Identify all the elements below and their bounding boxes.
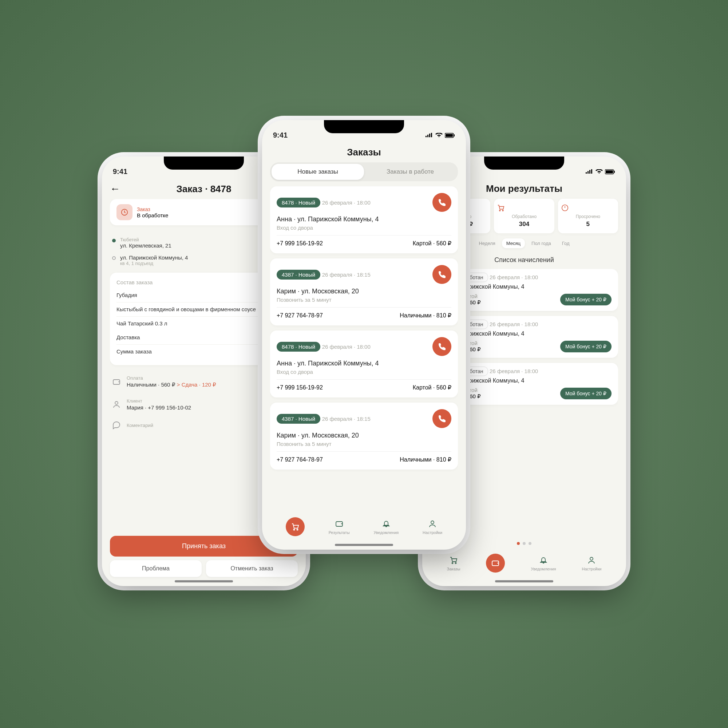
- tab-label: Результаты: [329, 530, 350, 535]
- client-value: Мария · +7 999 156-10-02: [127, 404, 283, 411]
- tab-orders[interactable]: Заказы: [447, 555, 460, 571]
- tab-new-orders[interactable]: Новые заказы: [272, 164, 364, 180]
- order-phone: +7 927 764-78-97: [277, 312, 323, 319]
- tab-notifications[interactable]: Уведомления: [531, 555, 556, 571]
- item-name: Чай Татарский 0.3 л: [116, 320, 260, 327]
- tab-label: Настройки: [582, 567, 601, 571]
- route-from-addr: ул. Кремлевская, 21: [120, 242, 171, 249]
- tab-label: Уведомления: [531, 567, 556, 571]
- order-customer: Анна · ул. Парижской Коммуны, 4: [277, 359, 451, 367]
- stat-processed[interactable]: Обработано304: [494, 199, 554, 233]
- svg-rect-8: [454, 134, 455, 136]
- tab-label: Настройки: [423, 530, 442, 535]
- order-date: 26 февраля · 18:15: [322, 272, 370, 278]
- problem-button[interactable]: Проблема: [110, 560, 202, 577]
- order-card[interactable]: 4387 · Новый 26 февраля · 18:15Карим · у…: [270, 258, 458, 326]
- svg-point-20: [452, 563, 453, 564]
- status-label: Заказ: [137, 206, 168, 212]
- bell-icon: [538, 555, 549, 565]
- svg-rect-7: [445, 134, 453, 137]
- phone-orders-list: 9:41 Заказы Новые заказы Заказы в работе…: [262, 120, 466, 550]
- tab-settings[interactable]: Настройки: [423, 519, 442, 535]
- bonus-chip: Мой бонус + 20 ₽: [560, 294, 612, 305]
- order-customer: Анна · ул. Парижской Коммуны, 4: [277, 216, 451, 223]
- tab-notifications[interactable]: Уведомления: [374, 519, 399, 535]
- bonus-chip: Мой бонус + 20 ₽: [560, 388, 612, 399]
- payment-value: Наличными · 560 ₽: [127, 381, 176, 388]
- tab-results[interactable]: Результаты: [329, 519, 350, 535]
- page-title: Заказы: [270, 147, 458, 158]
- item-name: Губадия: [116, 292, 260, 298]
- period-half[interactable]: Пол года: [527, 239, 555, 248]
- cart-icon: [497, 204, 551, 212]
- status-state: В обработке: [137, 212, 168, 219]
- user-icon: [427, 519, 437, 529]
- page-title: Заказ · 8478: [125, 184, 283, 195]
- svg-rect-15: [614, 171, 615, 173]
- status-time: 9:41: [273, 131, 288, 139]
- order-payment: Картой · 560 ₽: [413, 240, 451, 247]
- svg-point-17: [499, 210, 500, 211]
- tab-orders[interactable]: [286, 517, 305, 536]
- call-button[interactable]: [433, 193, 451, 212]
- segment-control: Новые заказы Заказы в работе: [270, 162, 458, 181]
- call-button[interactable]: [433, 337, 451, 356]
- period-year[interactable]: Год: [558, 239, 574, 248]
- cart-icon: [448, 555, 459, 565]
- route-dot-dest: [112, 256, 116, 260]
- svg-point-10: [297, 529, 298, 530]
- order-note: Позвонить за 5 минут: [277, 441, 451, 447]
- svg-point-5: [115, 401, 118, 404]
- dot-3: [529, 542, 531, 545]
- tab-results[interactable]: [486, 554, 505, 573]
- status-icons: [425, 133, 455, 138]
- home-indicator: [495, 580, 553, 583]
- earning-date: 26 февраля · 18:00: [489, 321, 538, 327]
- order-customer: Карим · ул. Московская, 20: [277, 288, 451, 295]
- order-card[interactable]: 4387 · Новый 26 февраля · 18:15Карим · у…: [270, 402, 458, 470]
- bell-icon: [381, 519, 391, 529]
- order-badge: 4387 · Новый: [277, 414, 320, 424]
- order-card[interactable]: 8478 · Новый 26 февраля · 18:00Анна · ул…: [270, 187, 458, 253]
- order-phone: +7 999 156-19-92: [277, 384, 323, 391]
- dot-1: [517, 542, 520, 545]
- tab-settings[interactable]: Настройки: [582, 555, 601, 571]
- order-badge: 8478 · Новый: [277, 198, 320, 208]
- tab-bar: Заказы Уведомления Настройки: [430, 549, 618, 577]
- stat-label: Обработано: [497, 214, 551, 219]
- period-week[interactable]: Неделя: [475, 239, 500, 248]
- route-to-sub: кв 4, 1 подъезд: [120, 261, 188, 266]
- stat-value: 304: [497, 220, 551, 228]
- payment-change: > Сдача · 120 ₽: [177, 381, 216, 388]
- wallet-icon: [334, 519, 344, 529]
- tab-in-progress[interactable]: Заказы в работе: [364, 164, 456, 180]
- home-indicator: [175, 580, 233, 583]
- svg-point-23: [590, 557, 593, 560]
- order-card[interactable]: 8478 · Новый 26 февраля · 18:00Анна · ул…: [270, 330, 458, 398]
- wallet-icon: [486, 554, 505, 573]
- user-icon: [112, 400, 122, 409]
- order-note: Вход со двора: [277, 225, 451, 231]
- tab-label: Заказы: [447, 567, 460, 571]
- stat-overdue[interactable]: Просрочено5: [558, 199, 618, 233]
- order-note: Вход со двора: [277, 369, 451, 375]
- home-indicator: [335, 544, 393, 546]
- cancel-button[interactable]: Отменить заказ: [206, 560, 298, 577]
- back-button[interactable]: ←: [110, 183, 120, 195]
- earning-date: 26 февраля · 18:00: [489, 274, 538, 280]
- route-to-addr: ул. Парижской Коммуны, 4: [120, 254, 188, 261]
- wallet-icon: [112, 378, 122, 386]
- order-payment: Картой · 560 ₽: [413, 384, 451, 391]
- call-button[interactable]: [433, 265, 451, 284]
- call-button[interactable]: [433, 409, 451, 428]
- tab-label: Уведомления: [374, 530, 399, 535]
- tab-bar: Результаты Уведомления Настройки: [270, 513, 458, 541]
- period-month[interactable]: Месяц: [502, 239, 525, 248]
- order-date: 26 февраля · 18:00: [322, 344, 370, 350]
- svg-point-18: [502, 210, 503, 211]
- delivery-label: Доставка: [116, 334, 277, 341]
- order-customer: Карим · ул. Московская, 20: [277, 432, 451, 439]
- svg-point-9: [294, 529, 294, 530]
- clock-icon: [116, 204, 133, 220]
- dot-2: [523, 542, 526, 545]
